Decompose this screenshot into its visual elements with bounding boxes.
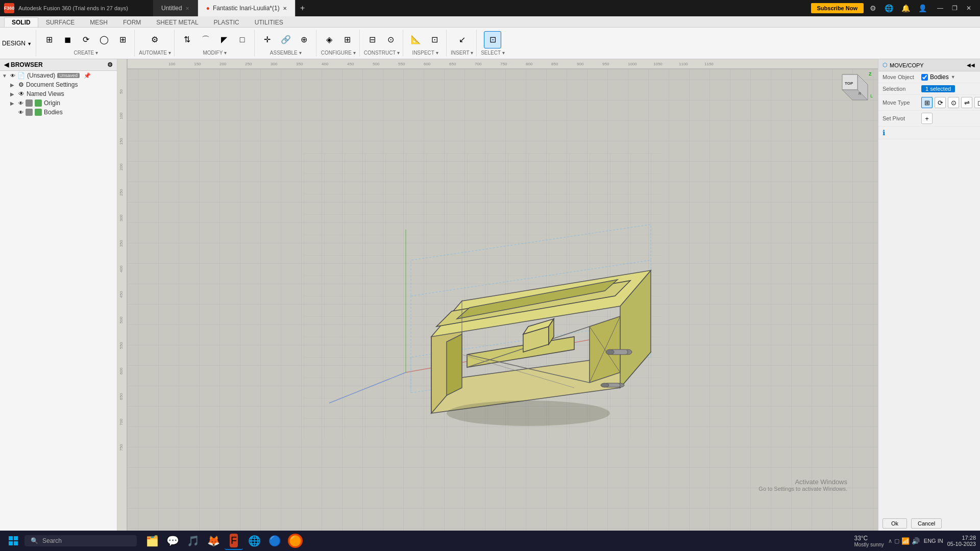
press-pull-button[interactable]: ⇅	[179, 31, 196, 48]
new-tab-button[interactable]: +	[296, 1, 310, 15]
tab-plastic[interactable]: PLASTIC	[206, 17, 247, 27]
taskbar-app-files[interactable]: 🗂️	[143, 532, 161, 550]
taskbar-search-label: Search	[42, 537, 62, 544]
tree-item-unsaved[interactable]: ▼ 👁 📄 (Unsaved) Unsaved 📌	[0, 71, 117, 80]
weather-temp: 33°C	[854, 535, 868, 542]
svg-point-69	[447, 400, 610, 426]
tree-item-doc-settings[interactable]: ▶ ⚙ Document Settings	[0, 80, 117, 89]
svg-text:200: 200	[219, 62, 227, 66]
extrude-button[interactable]: ◼	[59, 31, 76, 48]
tab-solid[interactable]: SOLID	[4, 17, 38, 27]
move-type-rotate[interactable]: ⟳	[935, 97, 946, 108]
taskbar-app-edge[interactable]: 🔵	[265, 532, 284, 550]
design-dropdown[interactable]: DESIGN ▼	[2, 40, 32, 47]
info-icon[interactable]: ℹ	[883, 129, 885, 137]
taskbar-search[interactable]: 🔍 Search	[24, 535, 137, 546]
bodies-checkbox[interactable]	[921, 74, 928, 81]
section-button[interactable]: ⊡	[426, 31, 443, 48]
taskbar-app-chrome[interactable]: 🌐	[245, 532, 263, 550]
system-clock[interactable]: 17:28 05-10-2023	[947, 535, 976, 547]
language-indicator[interactable]: ENG IN	[924, 538, 943, 544]
measure-button[interactable]: 📐	[407, 31, 425, 48]
tree-item-bodies[interactable]: ▶ 👁 Bodies	[0, 108, 117, 117]
browser-settings-icon[interactable]: ⚙	[107, 61, 113, 68]
fillet-button[interactable]: ⌒	[197, 31, 214, 48]
tree-item-origin[interactable]: ▶ 👁 Origin	[0, 98, 117, 108]
set-pivot-button[interactable]: +	[921, 113, 933, 124]
subscribe-button[interactable]: Subscribe Now	[811, 3, 864, 13]
tree-icon-origin2	[35, 99, 42, 107]
svg-text:R: R	[859, 92, 861, 95]
ok-button[interactable]: Ok	[883, 518, 907, 529]
tree-pin-icon[interactable]: 📌	[84, 72, 91, 79]
move-type-edge[interactable]: ⇌	[961, 97, 972, 108]
pattern-button[interactable]: ⊞	[114, 31, 131, 48]
configure-button[interactable]: ◈	[321, 31, 338, 48]
tab-form[interactable]: FORM	[115, 17, 149, 27]
axis-button[interactable]: ⊙	[382, 31, 400, 48]
axis-icon: ⊙	[387, 36, 394, 44]
tab-utilities[interactable]: UTILITIES	[247, 17, 291, 27]
start-button[interactable]	[4, 532, 22, 550]
tray-hidden-icons[interactable]: ▢	[894, 538, 899, 544]
select-button[interactable]: ⊡	[484, 31, 501, 48]
svg-marker-54	[447, 334, 462, 395]
taskbar-app-music[interactable]: 🎵	[184, 532, 202, 550]
network-icon[interactable]: 📶	[901, 537, 910, 545]
move-type-face[interactable]: ◻	[974, 97, 980, 108]
tab-fantastic[interactable]: ● Fantastic Inari-Luulia*(1) ✕	[198, 0, 296, 16]
svg-text:1150: 1150	[704, 62, 714, 66]
new-component-button[interactable]: ⊞	[40, 31, 58, 48]
browser-collapse-arrow[interactable]: ◀	[4, 61, 9, 68]
globe-icon[interactable]: 🌐	[883, 3, 895, 13]
bell-icon[interactable]: 🔔	[899, 3, 912, 13]
tree-item-named-views[interactable]: ▶ 👁 Named Views	[0, 89, 117, 98]
close-button[interactable]: ✕	[962, 1, 976, 15]
ground-button[interactable]: ⊕	[296, 31, 313, 48]
activate-subtitle: Go to Settings to activate Windows.	[758, 486, 847, 492]
browser-header: ◀ BROWSER ⚙	[0, 59, 117, 71]
joint-button[interactable]: 🔗	[277, 31, 295, 48]
tab-surface[interactable]: SURFACE	[38, 17, 83, 27]
move-type-translate[interactable]: ⊞	[921, 97, 933, 108]
plane-button[interactable]: ⊟	[364, 31, 381, 48]
viewcube[interactable]: Z LEFT TOP R	[827, 69, 868, 110]
tray-expand-icon[interactable]: ∧	[888, 538, 892, 544]
shell-button[interactable]: □	[234, 31, 251, 48]
ruler-top: 100 150 200 250 300 350 400 450 500 550 …	[117, 59, 878, 69]
tab-sheet-metal[interactable]: SHEET METAL	[149, 17, 206, 27]
settings-icon[interactable]: ⚙	[868, 3, 878, 13]
modify-tools: ⇅ ⌒ ◤ □	[179, 30, 251, 50]
tab-untitled-close[interactable]: ✕	[185, 6, 189, 11]
taskbar-app-orange[interactable]: 🟠	[286, 532, 304, 550]
move-button[interactable]: ✛	[259, 31, 276, 48]
panel-collapse-button[interactable]: ◀◀	[966, 61, 976, 69]
3d-viewport[interactable]: 100 150 200 250 300 350 400 450 500 550 …	[117, 59, 878, 533]
table-button[interactable]: ⊞	[339, 31, 356, 48]
taskbar-app-firefox[interactable]: 🦊	[204, 532, 223, 550]
insert-group: ↙ INSERT ▾	[448, 30, 477, 57]
section-icon: ⊡	[431, 36, 438, 44]
move-object-dropdown-arrow[interactable]: ▼	[951, 74, 955, 80]
activate-title: Activate Windows	[758, 478, 847, 486]
clock-time: 17:28	[962, 535, 976, 541]
minimize-button[interactable]: —	[933, 1, 947, 15]
svg-text:950: 950	[602, 62, 609, 66]
user-icon[interactable]: 👤	[916, 3, 929, 13]
selection-value[interactable]: 1 selected	[921, 85, 955, 92]
svg-text:100: 100	[168, 62, 176, 66]
move-type-point[interactable]: ⊙	[948, 97, 959, 108]
chamfer-button[interactable]: ◤	[215, 31, 233, 48]
volume-icon[interactable]: 🔊	[912, 537, 920, 545]
cancel-button[interactable]: Cancel	[911, 518, 942, 529]
taskbar-app-fusion[interactable]: F	[225, 532, 243, 550]
tab-fantastic-close[interactable]: ✕	[283, 6, 287, 11]
taskbar-app-teams[interactable]: 💬	[163, 532, 182, 550]
maximize-button[interactable]: ❐	[947, 1, 962, 15]
tab-untitled[interactable]: Untitled ✕	[153, 0, 198, 16]
insert-button[interactable]: ↙	[453, 31, 471, 48]
sphere-button[interactable]: ◯	[95, 31, 113, 48]
automate-button[interactable]: ⚙	[146, 31, 163, 48]
tab-mesh[interactable]: MESH	[82, 17, 115, 27]
revolve-button[interactable]: ⟳	[77, 31, 94, 48]
